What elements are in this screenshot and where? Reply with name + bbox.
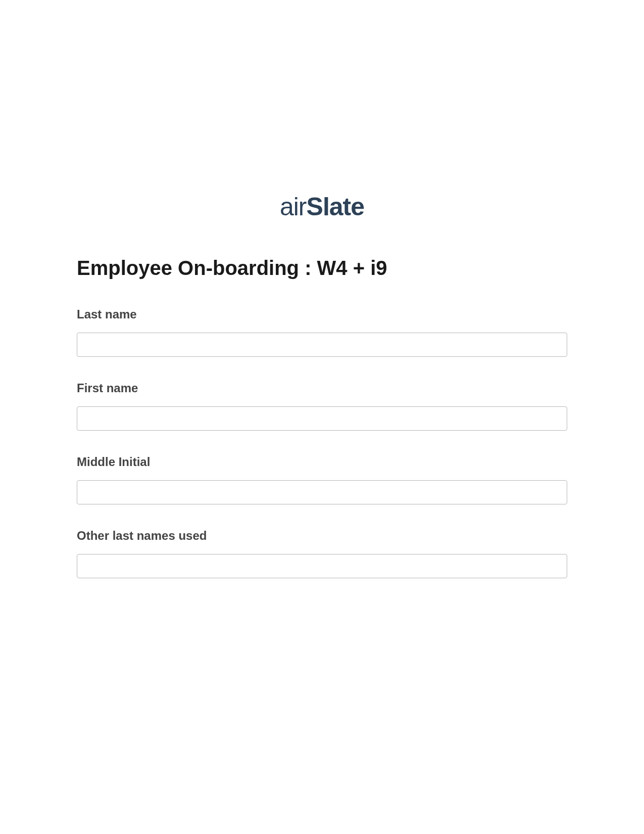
field-group-first-name: First name — [77, 381, 567, 431]
logo-text: airSlate — [280, 193, 364, 221]
field-group-middle-initial: Middle Initial — [77, 455, 567, 504]
form-page: airSlate Employee On-boarding : W4 + i9 … — [0, 0, 644, 578]
logo-prefix: air — [280, 193, 307, 221]
middle-initial-input[interactable] — [77, 480, 567, 504]
middle-initial-label: Middle Initial — [77, 455, 567, 469]
other-last-names-label: Other last names used — [77, 529, 567, 543]
logo-suffix: Slate — [307, 193, 365, 221]
page-title: Employee On-boarding : W4 + i9 — [77, 257, 567, 280]
first-name-input[interactable] — [77, 406, 567, 431]
logo: airSlate — [77, 192, 567, 221]
first-name-label: First name — [77, 381, 567, 395]
field-group-last-name: Last name — [77, 307, 567, 357]
last-name-label: Last name — [77, 307, 567, 321]
field-group-other-last-names: Other last names used — [77, 529, 567, 578]
last-name-input[interactable] — [77, 333, 567, 357]
other-last-names-input[interactable] — [77, 554, 567, 578]
